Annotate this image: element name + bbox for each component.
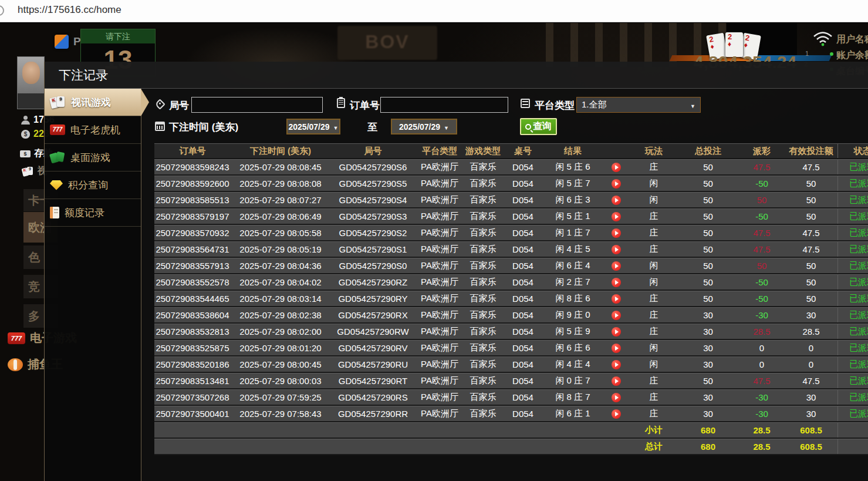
cell-payout: -50: [739, 275, 785, 290]
replay-play-icon[interactable]: [612, 261, 621, 271]
bet-records-table: 订单号 下注时间 (美东) 局号 平台类型 游戏类型 桌号 结果 玩法 总投注 …: [154, 143, 868, 455]
cell-result: 闲 8 庄 7: [543, 390, 602, 405]
cell-valid-bet: 50: [785, 209, 837, 224]
replay-play-icon[interactable]: [612, 344, 621, 353]
col-header-replay: [602, 144, 630, 158]
cell-play: 庄: [630, 242, 677, 257]
order-no-input[interactable]: [380, 97, 508, 113]
replay-play-icon[interactable]: [612, 360, 621, 369]
cell-total-bet: 50: [677, 374, 739, 388]
cell-order: 250729083592600: [154, 176, 231, 191]
platform-type-select[interactable]: 1.全部: [576, 97, 701, 113]
cell-result: 闲 5 庄 6: [543, 160, 602, 174]
cell-game-no: GD054257290RW: [330, 324, 416, 339]
cell-valid-bet: 47.5: [785, 226, 837, 240]
chevron-down-icon: [333, 122, 339, 132]
cell-platform: PA欧洲厅: [416, 226, 464, 240]
cell-total-bet: 50: [677, 242, 739, 257]
replay-play-icon[interactable]: [612, 294, 621, 304]
sidebar-item-table-games[interactable]: 桌面游戏: [45, 144, 141, 171]
cell-platform: PA欧洲厅: [416, 176, 464, 191]
cell-platform: PA欧洲厅: [416, 406, 464, 421]
cell-time: 2025-07-29 08:02:38: [231, 308, 330, 322]
cell-valid-bet: 50: [785, 275, 837, 290]
replay-play-icon[interactable]: [612, 245, 621, 254]
cell-status: 已派彩: [837, 226, 868, 240]
cell-status: 已派彩: [837, 209, 868, 224]
browser-address-bar[interactable]: https://175616.cc/home: [0, 0, 868, 22]
table-games-icon: [50, 151, 65, 164]
cell-platform: PA欧洲厅: [416, 357, 464, 372]
cell-game-type: 百家乐: [464, 242, 502, 257]
cell-replay: [602, 324, 630, 339]
cell-table-no: D054: [502, 390, 543, 405]
cell-order: 250729083598243: [154, 160, 231, 174]
cell-play: 闲: [630, 341, 677, 355]
reload-icon[interactable]: [0, 5, 4, 16]
cell-order: 250729083579197: [154, 209, 231, 224]
total-payout: 28.5: [739, 439, 785, 454]
col-header-total-bet: 总投注: [677, 144, 739, 158]
cell-payout: 28.5: [739, 324, 785, 339]
cell-payout: 50: [739, 258, 785, 273]
cell-total-bet: 50: [677, 209, 739, 224]
cell-play: 闲: [630, 357, 677, 372]
sidebar-item-credit-records[interactable]: 额度记录: [45, 199, 141, 227]
replay-play-icon[interactable]: [612, 179, 621, 189]
cell-game-type: 百家乐: [464, 308, 502, 322]
cell-time: 2025-07-29 08:04:02: [231, 275, 330, 290]
replay-play-icon[interactable]: [612, 212, 621, 221]
replay-play-icon[interactable]: [612, 163, 621, 172]
sidebar-item-points[interactable]: 积分查询: [45, 171, 141, 199]
cell-result: 闲 6 庄 4: [543, 258, 602, 273]
cell-play: 庄: [630, 390, 677, 405]
col-header-play: 玩法: [630, 144, 677, 158]
cell-result: 闲 6 庄 1: [543, 406, 602, 421]
date-from-select[interactable]: 2025/07/29: [286, 119, 340, 134]
cell-game-no: GD054257290RT: [330, 374, 416, 388]
cell-status: 已派彩: [837, 193, 868, 207]
cell-result: 闲 4 庄 5: [543, 242, 602, 257]
replay-play-icon[interactable]: [612, 196, 621, 205]
search-button[interactable]: 查询: [520, 118, 557, 135]
date-to-select[interactable]: 2025/07/29: [391, 119, 457, 134]
cell-table-no: D054: [502, 209, 543, 224]
cell-result: 闲 4 庄 4: [543, 357, 602, 372]
cell-play: 庄: [630, 374, 677, 388]
cell-game-no: GD054257290S1: [330, 242, 416, 257]
cell-valid-bet: 30: [785, 406, 837, 421]
cell-result: 闲 9 庄 0: [543, 308, 602, 322]
replay-play-icon[interactable]: [612, 311, 621, 320]
col-header-time: 下注时间 (美东): [231, 144, 330, 158]
replay-play-icon[interactable]: [612, 409, 621, 419]
replay-play-icon[interactable]: [612, 376, 621, 386]
cell-payout: -50: [739, 291, 785, 306]
cell-valid-bet: 47.5: [785, 242, 837, 257]
col-header-game-type: 游戏类型: [464, 144, 502, 158]
replay-play-icon[interactable]: [612, 327, 621, 337]
sidebar-item-slots[interactable]: 777 电子老虎机: [45, 116, 141, 144]
cards-icon: K9: [50, 96, 66, 109]
total-total-bet: 680: [677, 439, 739, 454]
cell-time: 2025-07-29 08:00:03: [231, 374, 330, 388]
game-no-input[interactable]: [191, 97, 323, 113]
col-header-valid-bet: 有效投注额: [785, 144, 837, 158]
cell-time: 2025-07-29 08:05:58: [231, 226, 330, 240]
modal-title: 下注记录: [45, 62, 868, 89]
search-button-label: 查询: [533, 120, 552, 133]
cell-order: 250729083557913: [154, 258, 231, 273]
sidebar-item-video-games[interactable]: K9 视讯游戏: [45, 89, 141, 116]
cell-time: 2025-07-29 08:08:45: [231, 160, 330, 174]
table-row: 250729083564731 2025-07-29 08:05:19 GD05…: [154, 241, 868, 258]
replay-play-icon[interactable]: [612, 228, 621, 238]
url-text[interactable]: https://175616.cc/home: [18, 4, 121, 16]
cell-valid-bet: 47.5: [785, 160, 837, 174]
cell-valid-bet: 30: [785, 390, 837, 405]
cell-status: 已派彩: [837, 308, 868, 322]
cell-platform: PA欧洲厅: [416, 209, 464, 224]
replay-play-icon[interactable]: [612, 278, 621, 287]
cell-platform: PA欧洲厅: [416, 308, 464, 322]
cell-platform: PA欧洲厅: [416, 390, 464, 405]
replay-play-icon[interactable]: [612, 393, 621, 402]
game-no-label: 局号: [169, 99, 189, 112]
